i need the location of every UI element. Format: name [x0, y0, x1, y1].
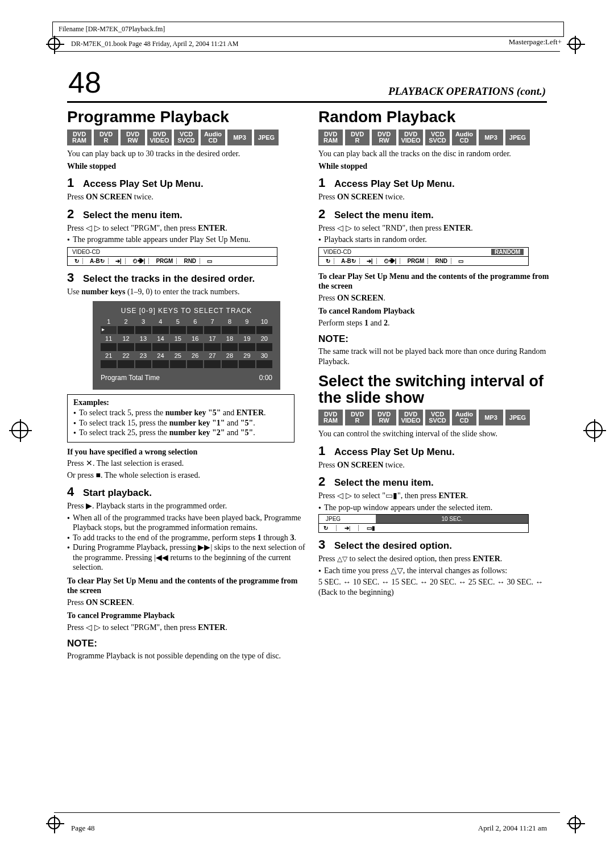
- tr-s: [256, 326, 272, 334]
- clear-head: To clear Play Set Up Menu and the conten…: [67, 576, 306, 596]
- step3-head: 3Select the tracks in the desired order.: [67, 270, 306, 285]
- bar-repeat-icon: ↻: [71, 258, 83, 264]
- programme-playback-heading: Programme Playback: [67, 108, 306, 126]
- ss-step1-body: Press ON SCREEN twice.: [318, 460, 557, 470]
- tr-l: 11: [101, 335, 117, 342]
- track-footer-right: 0:00: [259, 374, 272, 382]
- ss-step1-head: 1Access Play Set Up Menu.: [318, 444, 557, 458]
- bar-time-icon: ⏲➔|: [129, 258, 150, 264]
- tr-s: [204, 326, 220, 334]
- rnd-intro: You can play back all the tracks on the …: [318, 149, 557, 159]
- ss-intro: You can control the switching interval o…: [318, 429, 557, 439]
- tr-s: [222, 343, 238, 351]
- tr-s: [135, 343, 151, 351]
- reg-mark-tl: [48, 37, 60, 50]
- badge-dvd-video: DVDVIDEO: [147, 130, 172, 145]
- prog-intro: You can play back up to 30 tracks in the…: [67, 149, 306, 159]
- while-stopped: While stopped: [67, 161, 306, 172]
- tr-s: [187, 343, 203, 351]
- b2-dvd-ram: DVDRAM: [318, 410, 343, 425]
- step2-note: The programme table appears under Play S…: [67, 235, 306, 245]
- random-playback-heading: Random Playback: [318, 108, 557, 126]
- reg-mark-br: [569, 817, 581, 829]
- tr-s: [222, 360, 238, 368]
- b2-vcd-svcd: VCDSVCD: [425, 410, 450, 425]
- rbar-skip-icon: ➔|: [363, 258, 377, 264]
- left-column: Programme Playback DVDRAM DVDR DVDRW DVD…: [67, 108, 306, 663]
- step3-body: Use number keys (1–9, 0) to enter the tr…: [67, 287, 306, 297]
- tr-l: 18: [222, 335, 238, 342]
- tr-l: 26: [187, 352, 203, 359]
- tr-s: [152, 326, 168, 334]
- tr-s: [101, 326, 117, 334]
- tr-l: 4: [152, 318, 168, 325]
- tr-s: [204, 343, 220, 351]
- tr-l: 27: [204, 352, 220, 359]
- r-step2-head: 2Select the menu item.: [318, 207, 557, 222]
- r-note-head: NOTE:: [318, 333, 557, 345]
- slideshow-heading: Select the switching interval of the sli…: [318, 373, 557, 406]
- b2-dvd-video: DVDVIDEO: [399, 410, 423, 425]
- reg-mark-mr: [586, 422, 603, 439]
- format-badges-left: DVDRAM DVDR DVDRW DVDVIDEO VCDSVCD Audio…: [67, 130, 306, 145]
- footer-page: Page 48: [71, 824, 95, 833]
- badge-vcd-svcd: VCDSVCD: [174, 130, 198, 145]
- bar-rect-icon: ▭: [204, 258, 215, 264]
- tr-s: [170, 343, 186, 351]
- tr-l: 6: [187, 318, 203, 325]
- tr-l: 14: [152, 335, 168, 342]
- note-body-left: Programme Playback is not possible depen…: [67, 651, 306, 661]
- badge-jpeg: JPEG: [254, 130, 279, 145]
- ex2: To select track 15, press the number key…: [73, 418, 288, 428]
- r-bar-random-tag: RANDOM: [491, 249, 524, 255]
- bar-prgm: PRGM: [152, 258, 177, 264]
- rbar-time-icon: ⏲➔|: [380, 258, 401, 264]
- tr-l: 9: [239, 318, 255, 325]
- format-badges-right1: DVDRAM DVDR DVDRW DVDVIDEO VCDSVCD Audio…: [318, 130, 557, 145]
- tr-s: [170, 326, 186, 334]
- tr-l: 13: [135, 335, 151, 342]
- tr-l: 7: [204, 318, 220, 325]
- wrong2: Or press ■. The whole selection is erase…: [67, 470, 306, 481]
- bottom-rule: [54, 812, 560, 813]
- ss-intervals: 5 SEC. ↔ 10 SEC. ↔ 15 SEC. ↔ 20 SEC. ↔ 2…: [318, 577, 557, 597]
- examples-box: Examples: To select track 5, press the n…: [67, 394, 294, 443]
- track-select-panel: USE [0-9] KEYS TO SELECT TRACK 123456789…: [93, 301, 280, 390]
- rbar-prgm: PRGM: [404, 258, 428, 264]
- r-step2-note: Playback starts in random order.: [318, 235, 557, 245]
- b2-dvd-r: DVDR: [345, 410, 370, 425]
- tr-l: 19: [239, 335, 255, 342]
- wrong1: Press ✕. The last selection is erased.: [67, 458, 306, 469]
- tr-l: 24: [152, 352, 168, 359]
- step2-head: 2Select the menu item.: [67, 207, 306, 222]
- tr-l: 30: [256, 352, 272, 359]
- jb-skip-icon: ➔|: [345, 525, 359, 531]
- badge-audio-cd: AudioCD: [201, 130, 225, 145]
- tr-l: 21: [101, 352, 117, 359]
- step1-body: Press ON SCREEN twice.: [67, 192, 306, 202]
- book-info: DR-M7EK_01.book Page 48 Friday, April 2,…: [71, 40, 238, 48]
- ss-step2-note: The pop-up window appears under the sele…: [318, 503, 557, 513]
- track-footer-left: Program Total Time: [101, 374, 160, 382]
- tr-s: [135, 360, 151, 368]
- badge-mp3: MP3: [227, 130, 252, 145]
- reg-mark-bl: [48, 817, 60, 829]
- step4-head: 4Start playback.: [67, 485, 306, 499]
- tr-s: [256, 360, 272, 368]
- playsetup-bar-right: VIDEO-CD RANDOM ↻ A-B↻ ➔| ⏲➔| PRGM RND ▭: [318, 247, 529, 266]
- tr-l: 22: [118, 352, 134, 359]
- track-panel-title: USE [0-9] KEYS TO SELECT TRACK: [101, 307, 272, 315]
- note-head-left: NOTE:: [67, 638, 306, 649]
- rbar-rnd: RND: [432, 258, 451, 264]
- s4li2: To add tracks to the end of the programm…: [67, 533, 306, 543]
- b-audio-cd: AudioCD: [452, 130, 476, 145]
- page-number: 48: [68, 65, 101, 99]
- bar-ab-icon: A-B↻: [86, 258, 109, 264]
- tr-l: 17: [204, 335, 220, 342]
- tr-l: 12: [118, 335, 134, 342]
- jb-repeat-icon: ↻: [323, 525, 337, 531]
- tr-s: [101, 343, 117, 351]
- b-dvd-ram: DVDRAM: [318, 130, 343, 145]
- r-cancel-body: Perform steps 1 and 2.: [318, 318, 557, 328]
- r-step1-body: Press ON SCREEN twice.: [318, 192, 557, 202]
